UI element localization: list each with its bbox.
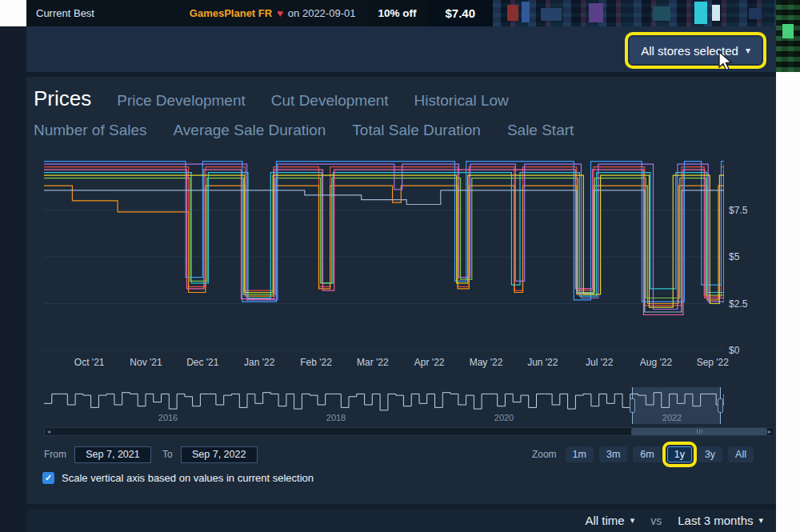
y-axis-tick-label: $7.5	[729, 205, 747, 216]
banner-pixel	[522, 2, 530, 22]
banner-pixel	[653, 6, 670, 21]
compare-left-dropdown[interactable]: All time ▾	[586, 514, 635, 527]
scrollbar-thumb[interactable]	[631, 428, 767, 435]
price-series-line	[44, 167, 724, 306]
navigator-year-label: 2020	[494, 413, 514, 422]
zoom-controls: Zoom 1m 3m 6m 1y 3y All	[532, 446, 754, 462]
banner-pixel	[589, 3, 603, 22]
current-best-label: Current Best	[36, 7, 94, 19]
date-range-controls: From Sep 7, 2021 To Sep 7, 2022 Zoom 1m …	[44, 445, 774, 464]
tab-sale-start[interactable]: Sale Start	[507, 122, 574, 139]
tab-price-development[interactable]: Price Development	[117, 92, 246, 110]
compare-right-label: Last 3 months	[678, 514, 753, 527]
tab-historical-low[interactable]: Historical Low	[414, 92, 509, 110]
scrollbar-grip	[697, 430, 698, 434]
tabs-row-1: Prices Price Development Cut Development…	[34, 86, 509, 111]
chevron-down-icon: ▾	[630, 515, 635, 526]
banner-pixel	[712, 5, 720, 21]
price-series-line	[44, 190, 724, 312]
scrollbar-right-arrow-icon[interactable]: ▸	[768, 427, 771, 436]
banner-pixel	[749, 8, 762, 19]
price-series-line	[44, 173, 724, 298]
stores-toolbar: All stores selected ▾	[26, 26, 776, 72]
banner-pixel	[507, 5, 518, 21]
x-axis-tick-label: Aug '22	[640, 357, 672, 368]
current-best-price: $7.40	[427, 0, 493, 26]
price-series-line	[44, 178, 724, 298]
chevron-down-icon: ▾	[746, 45, 750, 56]
current-best-bar: Current Best GamesPlanet FR ♥ on 2022-09…	[26, 0, 493, 26]
tabs-row-2: Number of Sales Average Sale Duration To…	[34, 122, 574, 139]
zoom-1m-button[interactable]: 1m	[566, 446, 594, 462]
page-margin-top-left	[0, 0, 26, 26]
price-series-line	[44, 186, 724, 303]
price-series-line	[44, 162, 724, 302]
x-axis-tick-label: Nov '21	[130, 357, 162, 368]
banner-pixel	[541, 8, 562, 21]
x-axis-tick-label: Feb '22	[300, 357, 332, 368]
stores-dropdown-button[interactable]: All stores selected ▾	[630, 37, 762, 64]
y-axis-tick-label: $2.5	[729, 298, 747, 310]
chevron-down-icon: ▾	[758, 515, 763, 526]
navigator-year-label: 2018	[326, 413, 346, 422]
zoom-6m-button[interactable]: 6m	[633, 446, 661, 462]
banner-pixel	[694, 2, 707, 24]
y-axis-labels: $7.5$5$2.5$0	[724, 160, 774, 352]
x-axis-tick-label: Mar '22	[357, 357, 389, 368]
y-axis-tick-label: $5	[729, 251, 739, 262]
scrollbar-grip	[702, 430, 702, 434]
chart-scrollbar[interactable]: ◂ ▸	[44, 427, 774, 436]
game-banner-image	[493, 0, 776, 26]
x-axis-tick-label: Oct '21	[74, 357, 105, 368]
zoom-3y-button[interactable]: 3y	[698, 446, 722, 462]
from-label: From	[44, 449, 66, 460]
scrollbar-grip	[699, 430, 700, 434]
compare-left-label: All time	[586, 514, 625, 527]
tab-cut-development[interactable]: Cut Development	[271, 92, 389, 110]
x-axis-tick-label: Jun '22	[527, 357, 558, 368]
tab-average-sale-duration[interactable]: Average Sale Duration	[174, 122, 326, 139]
price-series-line	[44, 170, 724, 314]
to-date-input[interactable]: Sep 7, 2022	[181, 446, 258, 463]
chart-navigator[interactable]: 2016 2018 2020 2022	[44, 387, 724, 424]
zoom-1y-button[interactable]: 1y	[667, 446, 692, 462]
scrollbar-left-arrow-icon[interactable]: ◂	[47, 427, 50, 436]
compare-right-dropdown[interactable]: Last 3 months ▾	[678, 514, 763, 527]
tab-number-of-sales[interactable]: Number of Sales	[34, 122, 147, 139]
y-axis-tick-label: $0	[729, 345, 739, 356]
comparison-bar: All time ▾ vs Last 3 months ▾	[26, 509, 776, 532]
banner-art-right	[776, 0, 800, 72]
scale-axis-option: ✓ Scale vertical axis based on values in…	[42, 472, 314, 484]
tab-prices[interactable]: Prices	[34, 86, 91, 111]
price-history-chart[interactable]	[44, 160, 724, 352]
tab-total-sale-duration[interactable]: Total Sale Duration	[352, 122, 481, 139]
from-date-input[interactable]: Sep 7, 2021	[74, 446, 151, 463]
zoom-label: Zoom	[532, 449, 557, 460]
navigator-year-label: 2022	[662, 413, 682, 422]
zoom-all-button[interactable]: All	[728, 446, 754, 462]
navigator-year-label: 2016	[158, 413, 178, 422]
navigator-step-line	[44, 393, 724, 410]
x-axis-tick-label: Jan '22	[244, 357, 274, 368]
screenshot-root: Current Best GamesPlanet FR ♥ on 2022-09…	[0, 0, 800, 532]
current-best-cut-badge: 10% off	[366, 0, 427, 26]
scale-axis-checkbox[interactable]: ✓	[42, 472, 54, 484]
page-margin-right	[776, 72, 800, 532]
heart-icon[interactable]: ♥	[277, 7, 283, 19]
x-axis-tick-label: Sep '22	[697, 357, 729, 368]
compare-vs-label: vs	[650, 514, 662, 527]
zoom-3m-button[interactable]: 3m	[599, 446, 627, 462]
current-best-date: on 2022-09-01	[288, 7, 356, 19]
to-label: To	[162, 449, 173, 460]
x-axis-tick-label: Dec '21	[186, 357, 218, 368]
store-link[interactable]: GamesPlanet FR	[190, 7, 272, 19]
navigator-handle-right[interactable]	[718, 398, 723, 413]
x-axis-tick-label: Jul '22	[586, 357, 613, 368]
navigator-handle-left[interactable]	[630, 398, 635, 413]
banner-pixel	[782, 24, 794, 38]
price-series-line	[44, 175, 724, 307]
prices-panel: Prices Price Development Cut Development…	[26, 77, 776, 504]
scale-axis-checkbox-label: Scale vertical axis based on values in c…	[62, 472, 314, 484]
x-axis-tick-label: Apr '22	[414, 357, 445, 368]
stores-dropdown-label: All stores selected	[641, 44, 738, 58]
